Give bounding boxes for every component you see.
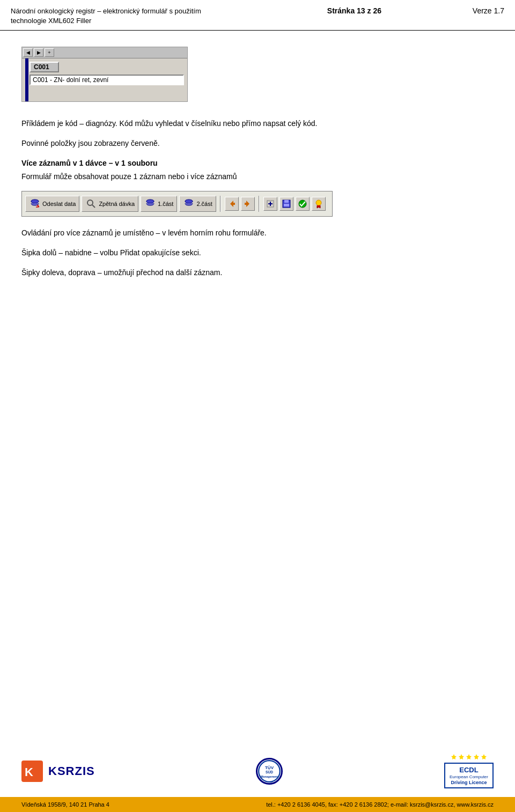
ksrzis-icon: K	[21, 761, 43, 782]
document-title: Národní onkologický registr – elektronic…	[11, 6, 236, 26]
section2-para1: Ovládání pro více záznamů je umístěno – …	[21, 227, 494, 239]
certificate-icon[interactable]	[312, 197, 326, 211]
svg-point-1	[87, 200, 93, 205]
section1: Více záznamů v 1 dávce – v 1 souboru For…	[21, 158, 494, 182]
svg-marker-23	[451, 754, 457, 759]
tb-arrow-btn[interactable]: ◀	[23, 48, 33, 57]
svg-point-16	[316, 200, 321, 205]
svg-rect-14	[284, 204, 289, 206]
svg-marker-27	[481, 754, 487, 759]
database-icon1	[144, 198, 156, 210]
ecdl-badge: ECDL European Computer Driving Licence	[444, 763, 494, 788]
form-description-row: C001 - ZN- dolní ret, zevní	[30, 75, 184, 85]
svg-text:TÜV: TÜV	[265, 765, 274, 770]
svg-marker-25	[466, 754, 472, 759]
footer-address: Vídeňská 1958/9, 140 21 Praha 4	[21, 801, 109, 808]
svg-rect-13	[284, 200, 289, 203]
tuv-logo: TÜV SÜD Management	[256, 758, 283, 785]
section1-body: Formulář může obsahovat pouze 1 záznam n…	[21, 171, 494, 182]
window-toolbar: ◀ ▶ +	[22, 47, 187, 58]
svg-marker-5	[230, 201, 233, 207]
toolbar-cast1-btn[interactable]: 1.část	[141, 196, 177, 212]
code-label: C001	[30, 62, 59, 72]
toolbar-zpetna-btn[interactable]: Zpětná dávka	[82, 196, 138, 212]
ecdl-subtitle-text: European Computer	[450, 774, 488, 779]
version-label: Verze 1.7	[473, 6, 504, 15]
cast2-label: 2.část	[196, 201, 212, 207]
footer-address-bar: Vídeňská 1958/9, 140 21 Praha 4 tel.: +4…	[0, 797, 515, 812]
separator2	[259, 196, 260, 212]
svg-marker-24	[459, 754, 464, 759]
page-footer: K KSRZIS TÜV SÜD Management	[0, 745, 515, 812]
check-icon[interactable]	[296, 197, 310, 211]
arrow-left-icon[interactable]	[225, 197, 239, 211]
svg-rect-6	[233, 203, 235, 205]
ecdl-title-text: ECDL	[459, 766, 478, 774]
form-screenshot: ◀ ▶ + C001 C001 - ZN- dolní ret, zevní	[21, 47, 188, 102]
separator1	[220, 196, 221, 212]
section2-para3: Šipky doleva, doprava – umožňují přechod…	[21, 267, 494, 278]
footer-contact: tel.: +420 2 6136 4045, fax: +420 2 6136…	[266, 801, 494, 808]
svg-text:Management: Management	[261, 774, 278, 778]
tb-add-btn[interactable]: +	[45, 48, 54, 57]
toolbar-odeslat-btn[interactable]: Odeslat data	[25, 196, 79, 212]
main-content: ◀ ▶ + C001 C001 - ZN- dolní ret, zevní P…	[0, 31, 515, 298]
svg-line-2	[92, 205, 95, 208]
section2-para2: Šipka dolů – nabidne – volbu Přidat opak…	[21, 247, 494, 259]
cast1-label: 1.část	[158, 201, 173, 207]
arrow-right-icon[interactable]	[241, 197, 255, 211]
svg-marker-26	[474, 754, 479, 759]
zpetna-label: Zpětná dávka	[99, 201, 135, 207]
page-number: Stránka 13 z 26	[327, 6, 381, 15]
ecdl-driving-text: Driving Licence	[451, 780, 487, 785]
page-header: Národní onkologický registr – elektronic…	[0, 0, 515, 31]
section1-heading: Více záznamů v 1 dávce – v 1 souboru	[21, 158, 494, 169]
svg-marker-7	[246, 201, 249, 207]
code-description-input[interactable]: C001 - ZN- dolní ret, zevní	[30, 75, 184, 85]
footer-logos-area: K KSRZIS TÜV SÜD Management	[0, 745, 515, 797]
database-send-icon	[29, 198, 41, 210]
svg-rect-8	[245, 203, 246, 205]
save-icon[interactable]	[279, 197, 293, 211]
add-record-icon[interactable]	[263, 197, 277, 211]
odeslat-label: Odeslat data	[42, 201, 76, 207]
ksrzis-logo: K KSRZIS	[21, 761, 95, 782]
form-code-row: C001	[30, 62, 184, 72]
intro-paragraph-1: Příkládem je kód – diagnózy. Kód můžu vy…	[21, 118, 494, 129]
tuv-badge: TÜV SÜD Management	[256, 758, 283, 785]
toolbar-cast2-btn[interactable]: 2.část	[179, 196, 216, 212]
search-icon	[85, 198, 97, 210]
svg-text:K: K	[25, 765, 33, 779]
window-body: C001 C001 - ZN- dolní ret, zevní	[22, 58, 187, 101]
form-toolbar-screenshot: Odeslat data Zpětná dávka 1.část	[21, 191, 333, 217]
database-icon2	[183, 198, 195, 210]
tb-arrow-btn2[interactable]: ▶	[34, 48, 43, 57]
ecdl-logo: ECDL European Computer Driving Licence	[444, 754, 494, 788]
intro-paragraph-2: Povinné položky jsou zobrazeny červeně.	[21, 138, 494, 149]
svg-text:SÜD: SÜD	[266, 770, 273, 774]
ksrzis-text: KSRZIS	[48, 764, 95, 778]
